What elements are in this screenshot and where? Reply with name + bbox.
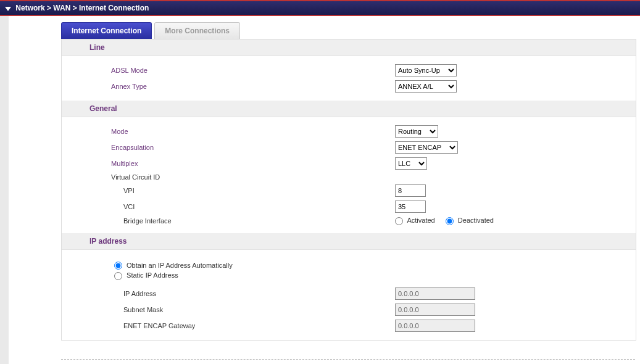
bridge-interface-label: Bridge Interface <box>62 217 395 225</box>
adsl-mode-label: ADSL Mode <box>62 67 395 74</box>
gateway-input[interactable] <box>395 320 475 332</box>
section-ip-header: IP address <box>62 233 636 250</box>
breadcrumb-bar: Network > WAN > Internet Connection <box>0 0 640 16</box>
bridge-deactivated-label: Deactivated <box>458 217 494 224</box>
adsl-mode-select[interactable]: Auto Sync-Up <box>395 64 457 77</box>
encapsulation-label: Encapsulation <box>62 144 395 151</box>
vpi-label: VPI <box>62 187 395 194</box>
section-general-header: General <box>62 101 636 117</box>
multiplex-label: Multiplex <box>62 160 395 167</box>
tab-more-connections[interactable]: More Connections <box>154 22 240 39</box>
multiplex-select[interactable]: LLC <box>395 157 427 170</box>
ip-static-radio[interactable] <box>114 272 122 280</box>
tabs: Internet Connection More Connections <box>61 22 640 39</box>
footer: Apply Cancel Advanced Setup <box>61 359 635 364</box>
subnet-mask-label: Subnet Mask <box>62 306 395 313</box>
ip-address-input[interactable] <box>395 287 475 300</box>
bridge-activated-label: Activated <box>407 217 434 224</box>
ip-obtain-radio[interactable] <box>114 262 122 270</box>
vci-label: VCI <box>62 203 395 210</box>
vcid-label: Virtual Circuit ID <box>62 173 395 181</box>
ip-static-label: Static IP Address <box>127 271 178 279</box>
breadcrumb: Network > WAN > Internet Connection <box>15 4 149 12</box>
mode-select[interactable]: Routing <box>395 125 438 138</box>
panel: Line ADSL Mode Auto Sync-Up Annex Type A… <box>61 39 636 341</box>
chevron-down-icon <box>5 7 11 11</box>
vci-input[interactable] <box>395 201 426 213</box>
gateway-label: ENET ENCAP Gateway <box>62 322 395 329</box>
bridge-deactivated-radio[interactable] <box>446 217 454 225</box>
bridge-activated-radio[interactable] <box>395 217 403 225</box>
tab-internet-connection[interactable]: Internet Connection <box>61 22 152 39</box>
section-line-header: Line <box>62 39 636 56</box>
subnet-mask-input[interactable] <box>395 304 475 316</box>
annex-type-select[interactable]: ANNEX A/L <box>395 80 457 93</box>
left-margin <box>0 16 9 364</box>
mode-label: Mode <box>62 128 395 135</box>
annex-type-label: Annex Type <box>62 83 395 90</box>
ip-address-label: IP Address <box>62 290 395 297</box>
vpi-input[interactable] <box>395 184 426 197</box>
encapsulation-select[interactable]: ENET ENCAP <box>395 141 458 154</box>
ip-obtain-label: Obtain an IP Address Automatically <box>127 262 233 269</box>
